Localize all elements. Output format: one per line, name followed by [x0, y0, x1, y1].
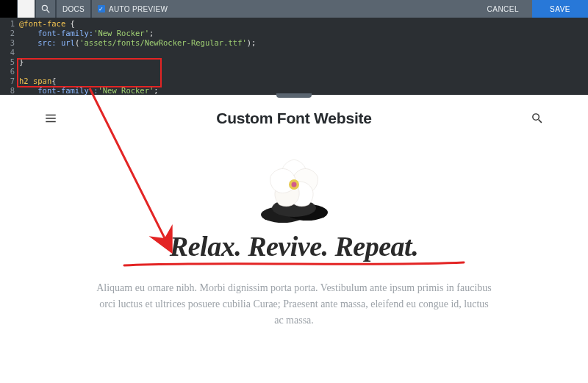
toolbar-left: DOCS ✓ AUTO PREVIEW	[0, 0, 173, 18]
auto-preview-label: AUTO PREVIEW	[109, 5, 168, 13]
color-swatch-black[interactable]	[0, 0, 18, 18]
line-gutter: 1 2 3 4 5 6 7 8 9 10	[0, 19, 19, 90]
hamburger-menu-icon[interactable]	[44, 112, 57, 125]
search-icon	[40, 4, 51, 14]
docs-button[interactable]: DOCS	[56, 0, 91, 18]
search-button[interactable]	[35, 0, 56, 18]
preview-header: Custom Font Website	[0, 99, 588, 135]
svg-point-11	[292, 182, 297, 187]
code-editor[interactable]: 1 2 3 4 5 6 7 8 9 10 @font-face { font-f…	[0, 18, 588, 95]
cancel-button[interactable]: CANCEL	[473, 0, 532, 18]
color-swatch-white[interactable]	[18, 0, 35, 18]
save-button[interactable]: SAVE	[532, 0, 588, 18]
svg-line-1	[47, 10, 50, 13]
svg-point-0	[42, 5, 47, 10]
code-content[interactable]: @font-face { font-family:'New Rocker'; s…	[19, 19, 588, 90]
flower-image	[220, 139, 368, 227]
site-title: Custom Font Website	[216, 110, 372, 127]
preview-pane: Custom Font Website Relax. Revive. Repea…	[0, 99, 588, 383]
hero-section: Relax. Revive. Repeat. Aliquam eu ornare…	[0, 139, 588, 329]
lead-paragraph: Aliquam eu ornare nibh. Morbi dignissim …	[96, 280, 492, 329]
svg-point-5	[533, 114, 539, 121]
editor-toolbar: DOCS ✓ AUTO PREVIEW CANCEL SAVE	[0, 0, 588, 18]
check-icon: ✓	[98, 5, 105, 12]
svg-line-6	[539, 120, 542, 123]
preview-search-icon[interactable]	[531, 112, 544, 125]
auto-preview-toggle[interactable]: ✓ AUTO PREVIEW	[91, 0, 173, 18]
tagline-heading: Relax. Revive. Repeat.	[170, 230, 418, 262]
toolbar-right: CANCEL SAVE	[473, 0, 588, 18]
